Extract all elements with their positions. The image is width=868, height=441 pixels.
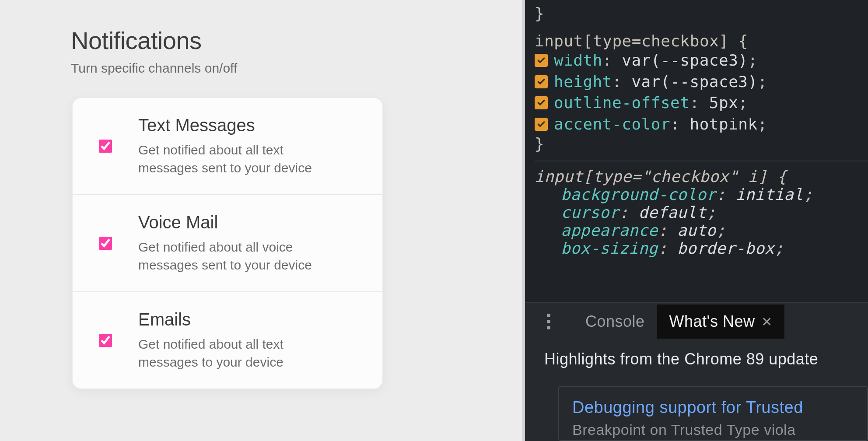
notifications-card: Text Messages Get notified about all tex… — [72, 97, 383, 389]
checkbox-text-messages[interactable] — [99, 140, 112, 153]
option-desc: Get notified about all text messages to … — [138, 336, 326, 371]
drawer-tabstrip: Console What's New ✕ — [525, 303, 868, 340]
tab-console[interactable]: Console — [573, 304, 657, 339]
css-declaration[interactable]: accent-color: hotpink; — [535, 114, 868, 135]
close-icon[interactable]: ✕ — [761, 314, 773, 329]
css-declaration[interactable]: outline-offset: 5px; — [535, 92, 868, 114]
toggle-declaration-icon[interactable] — [535, 54, 548, 67]
toggle-declaration-icon[interactable] — [535, 118, 548, 131]
css-selector-line[interactable]: input[type=checkbox] { — [535, 32, 868, 50]
page-subtitle: Turn specific channels on/off — [71, 61, 237, 76]
page-title: Notifications — [71, 26, 237, 55]
toggle-declaration-icon[interactable] — [535, 75, 548, 88]
drawer-body: Highlights from the Chrome 89 update Deb… — [525, 340, 868, 441]
css-brace: } — [535, 135, 544, 153]
option-title: Emails — [138, 310, 365, 329]
option-desc: Get notified about all text messages sen… — [138, 141, 326, 177]
news-subtitle: Breakpoint on Trusted Type viola — [572, 421, 854, 438]
tab-whats-new[interactable]: What's New ✕ — [657, 304, 784, 339]
css-declaration[interactable]: height: var(--space3); — [535, 71, 868, 93]
checkbox-emails[interactable] — [99, 334, 112, 347]
css-declaration[interactable]: width: var(--space3); — [535, 50, 868, 71]
devtools-drawer: Console What's New ✕ Highlights from the… — [525, 302, 868, 441]
option-text-messages: Text Messages Get notified about all tex… — [73, 98, 382, 195]
notifications-header: Notifications Turn specific channels on/… — [71, 26, 237, 76]
preview-pane: Notifications Turn specific channels on/… — [0, 0, 525, 441]
option-title: Text Messages — [138, 116, 365, 135]
option-emails: Emails Get notified about all text messa… — [73, 292, 382, 388]
option-title: Voice Mail — [138, 213, 365, 232]
styles-panel[interactable]: } input[type=checkbox] { width: var(--sp… — [525, 0, 868, 257]
user-agent-rule[interactable]: input[type="checkbox" i] { background-co… — [535, 161, 868, 257]
devtools-pane: } input[type=checkbox] { width: var(--sp… — [525, 0, 868, 441]
toggle-declaration-icon[interactable] — [535, 96, 548, 109]
checkbox-voice-mail[interactable] — [99, 237, 112, 250]
drawer-menu-icon[interactable] — [542, 314, 555, 329]
option-desc: Get notified about all voice messages se… — [138, 238, 326, 274]
whats-new-card[interactable]: Debugging support for Trusted Breakpoint… — [558, 386, 868, 441]
css-brace: } — [535, 4, 544, 22]
option-voice-mail: Voice Mail Get notified about all voice … — [73, 195, 382, 292]
news-title[interactable]: Debugging support for Trusted — [572, 398, 854, 417]
whats-new-headline: Highlights from the Chrome 89 update — [544, 350, 868, 368]
